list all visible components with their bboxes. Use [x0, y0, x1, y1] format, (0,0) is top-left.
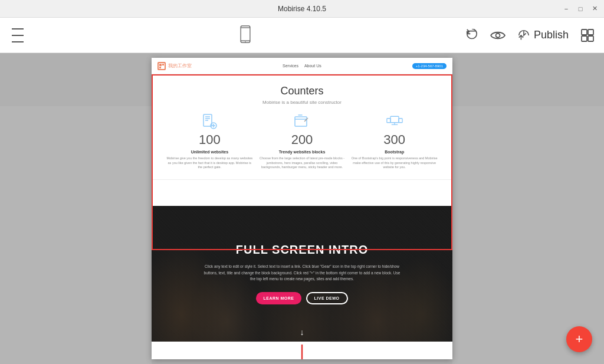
svg-rect-26: [399, 119, 402, 123]
counter-label-1: Unlimited websites: [191, 150, 228, 154]
counters-title: Counters: [163, 85, 441, 97]
main-area: 我的工作室 Services About Us +1-234-567-8901 …: [0, 53, 604, 364]
counter-desc-3: One of Bootstrap's big point is responsi…: [348, 156, 441, 170]
fullscreen-intro-section: FULL SCREEN INTRO Click any text to edit…: [152, 206, 452, 342]
site-navbar: 我的工作室 Services About Us +1-234-567-8901: [152, 58, 452, 74]
scroll-down-icon: ↓: [300, 327, 304, 337]
close-button[interactable]: ✕: [590, 4, 599, 14]
svg-rect-6: [588, 29, 593, 35]
counter-desc-1: Mobirise give you the freedom to develop…: [163, 156, 256, 170]
counter-icon-3: [386, 113, 403, 130]
counter-number-2: 200: [291, 132, 313, 147]
right-panel: [452, 106, 604, 364]
site-nav-links: Services About Us: [283, 64, 321, 68]
maximize-button[interactable]: □: [576, 4, 585, 14]
nav-services: Services: [283, 64, 298, 68]
intro-description: Click any text to edit or style it. Sele…: [202, 264, 402, 282]
intro-content: FULL SCREEN INTRO Click any text to edit…: [202, 243, 402, 304]
site-logo-text: 我的工作室: [168, 63, 192, 69]
minimize-button[interactable]: −: [562, 4, 571, 14]
hamburger-line-1: [12, 28, 24, 29]
svg-rect-10: [159, 64, 162, 66]
counter-item-2: 200 Trendy websites blocks Choose from t…: [256, 113, 349, 170]
svg-rect-0: [241, 25, 251, 42]
counter-desc-2: Choose from the large selection of lates…: [256, 156, 349, 170]
learn-more-button[interactable]: LEARN MORE: [256, 292, 301, 304]
counter-number-1: 100: [199, 132, 221, 147]
title-text: Mobirise 4.10.5: [278, 5, 326, 13]
counter-item-3: 300 Bootstrap One of Bootstrap's big poi…: [348, 113, 441, 170]
window-controls: − □ ✕: [562, 4, 599, 14]
site-logo: 我的工作室: [157, 62, 192, 70]
live-demo-button[interactable]: LIVE DEMO: [306, 292, 348, 304]
undo-button[interactable]: [465, 29, 478, 42]
blocks-button[interactable]: [580, 28, 595, 42]
site-phone-button[interactable]: +1-234-567-8901: [412, 63, 447, 69]
svg-rect-7: [582, 36, 587, 41]
counter-item-1: 100 Unlimited websites Mobirise give you…: [163, 113, 256, 170]
site-logo-icon: [157, 62, 166, 70]
publish-label: Publish: [534, 29, 569, 41]
intro-title: FULL SCREEN INTRO: [202, 243, 402, 257]
svg-rect-25: [387, 119, 390, 123]
title-bar: Mobirise 4.10.5 − □ ✕: [0, 0, 604, 18]
toolbar: Publish: [0, 18, 604, 53]
toolbar-center: [238, 25, 252, 45]
add-block-fab-button[interactable]: +: [566, 326, 592, 352]
drag-arrow: [152, 345, 452, 359]
counter-label-2: Trendy websites blocks: [279, 150, 326, 154]
counter-icon-2: [294, 113, 310, 130]
hamburger-line-2: [12, 35, 24, 36]
svg-point-4: [495, 33, 500, 37]
svg-rect-11: [162, 64, 164, 65]
counters-subtitle: Mobirise is a beautiful site constructor: [163, 100, 441, 105]
hamburger-line-3: [12, 41, 24, 42]
toolbar-right: Publish: [465, 28, 595, 42]
svg-rect-8: [588, 36, 593, 41]
counters-grid: 100 Unlimited websites Mobirise give you…: [163, 113, 441, 170]
counter-number-3: 300: [383, 132, 405, 147]
counter-label-3: Bootstrap: [385, 150, 404, 154]
counters-section: Counters Mobirise is a beautiful site co…: [152, 74, 452, 180]
hamburger-menu-button[interactable]: [9, 24, 26, 47]
toolbar-left: [9, 24, 26, 47]
svg-rect-22: [390, 116, 399, 123]
publish-button[interactable]: Publish: [517, 29, 569, 42]
svg-point-3: [245, 41, 247, 42]
svg-rect-5: [582, 29, 587, 35]
intro-buttons: LEARN MORE LIVE DEMO: [202, 292, 402, 304]
website-preview[interactable]: 我的工作室 Services About Us +1-234-567-8901 …: [152, 58, 452, 359]
phone-preview-icon[interactable]: [238, 25, 252, 45]
nav-about: About Us: [304, 64, 321, 68]
svg-rect-12: [159, 67, 161, 68]
preview-button[interactable]: [490, 30, 505, 41]
left-panel: [0, 106, 152, 364]
counter-icon-1: [201, 113, 218, 130]
